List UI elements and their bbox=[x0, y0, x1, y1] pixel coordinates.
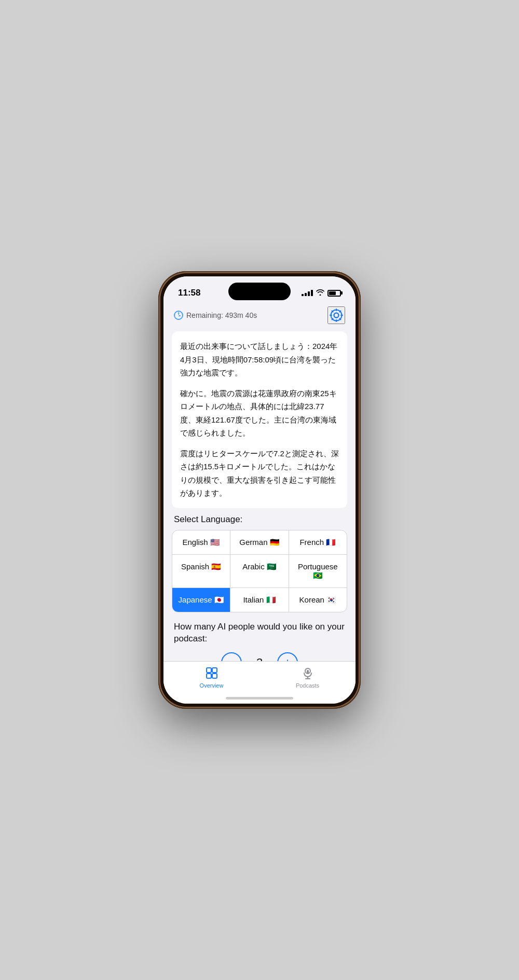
increment-button[interactable]: + bbox=[277, 652, 298, 661]
svg-rect-4 bbox=[212, 668, 217, 673]
language-grid: English 🇺🇸 German 🇩🇪 French 🇫🇷 Spanish 🇪… bbox=[172, 530, 347, 612]
lang-korean[interactable]: Korean 🇰🇷 bbox=[289, 588, 347, 612]
home-indicator bbox=[226, 697, 293, 699]
svg-rect-3 bbox=[207, 668, 211, 673]
japanese-text-card: 最近の出来事について話しましょう：2024年4月3日、現地時間07:58:09頃… bbox=[172, 331, 347, 508]
lang-portuguese[interactable]: Portuguese 🇧🇷 bbox=[289, 555, 347, 587]
decrement-button[interactable]: − bbox=[221, 652, 242, 661]
remaining-text: Remaining: 493m 40s bbox=[186, 311, 257, 319]
wifi-icon bbox=[316, 289, 324, 297]
tab-overview[interactable]: Overview bbox=[163, 666, 260, 689]
status-icons bbox=[302, 289, 341, 297]
lang-spanish[interactable]: Spanish 🇪🇸 bbox=[172, 555, 230, 587]
language-row-2: Spanish 🇪🇸 Arabic 🇸🇦 Portuguese 🇧🇷 bbox=[172, 555, 347, 588]
lang-german[interactable]: German 🇩🇪 bbox=[230, 530, 289, 554]
language-row-1: English 🇺🇸 German 🇩🇪 French 🇫🇷 bbox=[172, 530, 347, 555]
language-row-3: Japanese 🇯🇵 Italian 🇮🇹 Korean 🇰🇷 bbox=[172, 588, 347, 612]
lang-japanese[interactable]: Japanese 🇯🇵 bbox=[172, 588, 230, 612]
svg-rect-5 bbox=[207, 674, 211, 678]
language-section-label: Select Language: bbox=[163, 514, 356, 530]
phone-frame: 11:58 bbox=[158, 271, 361, 709]
settings-button[interactable] bbox=[327, 306, 345, 324]
lang-english[interactable]: English 🇺🇸 bbox=[172, 530, 230, 554]
tab-podcasts-label: Podcasts bbox=[296, 682, 319, 689]
tab-overview-label: Overview bbox=[200, 682, 224, 689]
svg-point-1 bbox=[331, 310, 342, 321]
phone-screen: 11:58 bbox=[163, 276, 356, 704]
svg-point-2 bbox=[334, 313, 339, 318]
overview-icon bbox=[204, 666, 219, 680]
status-time: 11:58 bbox=[178, 288, 200, 298]
clock-icon bbox=[174, 311, 183, 320]
header-bar: Remaining: 493m 40s bbox=[163, 302, 356, 328]
lang-arabic[interactable]: Arabic 🇸🇦 bbox=[230, 555, 289, 587]
japanese-paragraph-2: 確かに。地震の震源は花蓮県政府の南東25キロメートルの地点、具体的には北緯23.… bbox=[180, 387, 339, 440]
dynamic-island bbox=[228, 283, 291, 300]
counter-row: − 3 + bbox=[174, 652, 345, 661]
counter-value: 3 bbox=[254, 656, 265, 661]
battery-icon bbox=[327, 290, 341, 297]
podcast-label: How many AI people would you like on you… bbox=[174, 621, 345, 646]
podcast-section: How many AI people would you like on you… bbox=[163, 621, 356, 662]
signal-icon bbox=[302, 290, 313, 296]
svg-rect-8 bbox=[307, 670, 309, 674]
japanese-paragraph-3: 震度はリヒタースケールで7.2と測定され、深さは約15.5キロメートルでした。こ… bbox=[180, 447, 339, 500]
svg-rect-6 bbox=[212, 674, 217, 678]
podcasts-icon bbox=[301, 666, 315, 680]
remaining-info: Remaining: 493m 40s bbox=[174, 311, 257, 320]
content-area[interactable]: Remaining: 493m 40s 最近の出来事について話しましょう：202… bbox=[163, 302, 356, 661]
tab-podcasts[interactable]: Podcasts bbox=[260, 666, 356, 689]
lang-french[interactable]: French 🇫🇷 bbox=[289, 530, 347, 554]
japanese-paragraph-1: 最近の出来事について話しましょう：2024年4月3日、現地時間07:58:09頃… bbox=[180, 340, 339, 380]
lang-italian[interactable]: Italian 🇮🇹 bbox=[230, 588, 289, 612]
